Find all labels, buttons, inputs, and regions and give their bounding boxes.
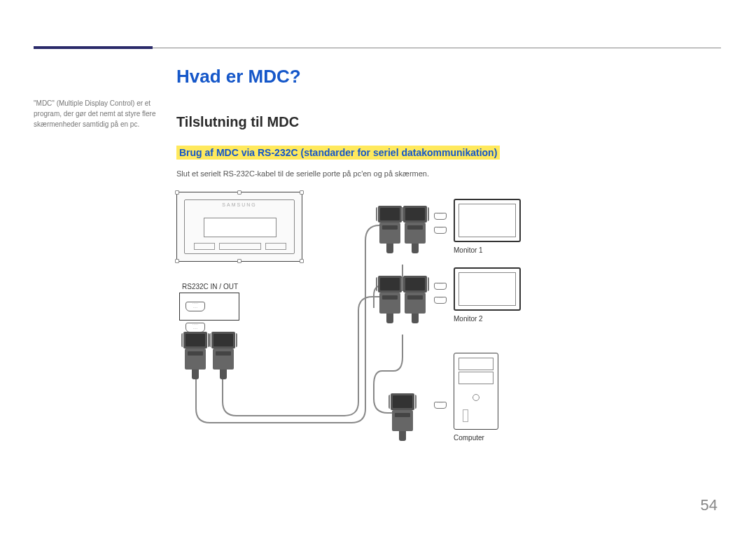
rs232-connector	[183, 332, 207, 379]
display-slot	[194, 243, 215, 250]
rs232c-port-box	[179, 293, 239, 321]
display-brand: SAMSUNG	[177, 202, 302, 207]
connection-diagram: SAMSUNG RS232C IN / OUT	[176, 192, 568, 486]
display-slot	[219, 243, 261, 250]
rs232-connector	[378, 206, 402, 253]
main-content: Hvad er MDC? Tilslutning til MDC Brug af…	[176, 66, 721, 486]
monitor1-label: Monitor 1	[454, 246, 483, 254]
mini-serial-port-icon	[434, 213, 447, 220]
rs232c-port-label: RS232C IN / OUT	[182, 283, 238, 290]
rs232-connector	[211, 332, 235, 379]
pc-slot	[463, 409, 468, 422]
mount-hole	[237, 259, 241, 263]
page-number: 54	[701, 496, 718, 514]
heading-h1: Hvad er MDC?	[176, 66, 721, 87]
mini-serial-port-icon	[434, 227, 447, 234]
rs232-connector	[403, 206, 427, 253]
display-slot	[265, 243, 286, 250]
mount-hole	[237, 190, 241, 195]
display-rear-illustration: SAMSUNG	[176, 192, 302, 262]
power-button-icon	[472, 394, 479, 401]
mini-serial-port-icon	[434, 402, 447, 409]
header-rule-accent	[34, 46, 153, 49]
rs232-connector	[403, 276, 427, 323]
side-note: "MDC" (Multiple Display Control) er et p…	[34, 98, 160, 129]
heading-h2: Tilslutning til MDC	[176, 114, 721, 130]
display-panel	[204, 218, 276, 237]
computer-label: Computer	[454, 434, 484, 442]
body-text: Slut et serielt RS-232C-kabel til de ser…	[176, 169, 721, 178]
mini-serial-port-icon	[434, 297, 447, 304]
rs232-connector	[391, 393, 414, 441]
mount-hole	[300, 259, 304, 263]
document-page: "MDC" (Multiple Display Control) er et p…	[0, 0, 756, 534]
monitor-illustration	[454, 267, 521, 311]
computer-tower-illustration	[454, 353, 498, 430]
heading-h3: Brug af MDC via RS-232C (standarder for …	[176, 146, 500, 160]
mount-hole	[175, 259, 179, 263]
monitor2-label: Monitor 2	[454, 315, 483, 323]
serial-port-icon	[186, 302, 205, 311]
rs232-connector	[378, 276, 402, 323]
mini-serial-port-icon	[434, 283, 447, 290]
mount-hole	[175, 190, 179, 195]
monitor-illustration	[454, 199, 521, 242]
serial-port-icon	[186, 323, 205, 332]
mount-hole	[300, 190, 304, 195]
